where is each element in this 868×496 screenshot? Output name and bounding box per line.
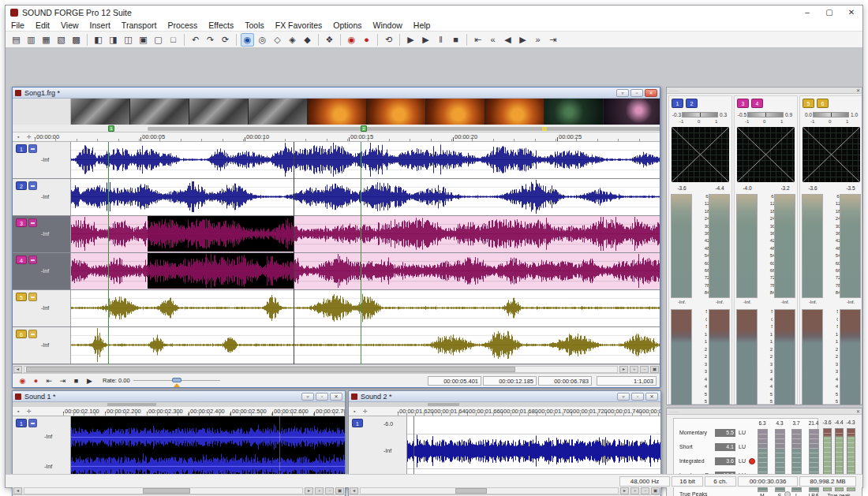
video-thumbnail[interactable]	[544, 99, 604, 125]
track-header-2[interactable]: 2-Inf	[13, 179, 71, 215]
zoom-in-button[interactable]: ＋	[315, 487, 324, 494]
copy-button[interactable]: ◨	[107, 33, 120, 47]
scroll-left-button[interactable]: ◂	[13, 487, 22, 494]
close-button[interactable]: ✕	[645, 393, 658, 401]
channel-button[interactable]: 6	[817, 99, 829, 108]
menu-tools[interactable]: Tools	[239, 21, 270, 30]
menu-insert[interactable]: Insert	[84, 21, 116, 30]
track-header-6[interactable]: 6-Inf	[13, 327, 71, 364]
scroll-left-button[interactable]: ◂	[13, 366, 22, 373]
scrollbar-track[interactable]	[24, 487, 303, 494]
menu-window[interactable]: Window	[367, 21, 407, 30]
sound2-window-titlebar[interactable]: Sound 2 * ▿▫✕	[349, 391, 660, 402]
marker-bar[interactable]: 12	[13, 125, 660, 132]
go-to-start-button[interactable]: ⇤	[43, 375, 55, 386]
open-file-button[interactable]: ▥	[24, 33, 38, 47]
channel-button[interactable]: 4	[751, 99, 763, 108]
scroll-right-button[interactable]: ▸	[620, 487, 629, 494]
play-all-button[interactable]: ▶	[404, 33, 417, 47]
minimize-button[interactable]: ▿	[301, 393, 314, 401]
restore-button[interactable]: ▫	[631, 393, 644, 401]
channel-number-button[interactable]: 1	[352, 419, 363, 427]
track-header-1[interactable]: 1-Inf	[13, 142, 71, 178]
position-icon[interactable]: ✛	[363, 408, 368, 415]
forward-button[interactable]: »	[531, 33, 544, 47]
position-icon[interactable]: ✛	[27, 134, 32, 140]
plugin-chainer-button[interactable]: ❖	[323, 33, 336, 47]
video-thumbnail[interactable]	[130, 99, 189, 125]
video-thumbnail[interactable]	[367, 99, 426, 125]
track-header-5[interactable]: 5-Inf	[13, 290, 71, 326]
zoom-in-button[interactable]: ＋	[630, 487, 639, 494]
loop-region-bar[interactable]	[148, 127, 660, 131]
scrollbar-track[interactable]	[360, 487, 619, 494]
menu-view[interactable]: View	[55, 21, 84, 30]
waveform-canvas[interactable]	[71, 253, 660, 289]
channel-number-button[interactable]: 3	[16, 218, 27, 227]
go-to-end-button[interactable]: ⇥	[57, 375, 69, 386]
close-button[interactable]: ✕	[645, 89, 657, 97]
trim-button[interactable]: ▢	[152, 33, 165, 47]
loudness-meter-bar[interactable]	[709, 309, 730, 405]
go-to-start-button[interactable]: ⇤	[471, 33, 485, 47]
crop-button[interactable]: □	[166, 33, 180, 47]
record-button[interactable]: ●	[360, 33, 373, 47]
cut-button[interactable]: ◧	[92, 33, 105, 47]
next-marker-button[interactable]: ▶	[516, 33, 529, 47]
vu-meter-bar[interactable]	[840, 194, 861, 298]
new-file-button[interactable]: ▤	[9, 33, 23, 47]
video-thumbnail[interactable]	[71, 99, 130, 125]
video-thumbnail[interactable]	[189, 99, 249, 125]
scrollbar-track[interactable]	[24, 366, 618, 373]
channel-fader-button[interactable]	[28, 144, 37, 153]
restore-button[interactable]: ▫	[316, 393, 328, 401]
redo-button[interactable]: ↷	[204, 33, 217, 47]
zoom-in-button[interactable]: ＋	[630, 366, 638, 373]
mix-button[interactable]: ▣	[137, 33, 150, 47]
save-file-button[interactable]: ▦	[39, 33, 53, 47]
phase-scope[interactable]	[672, 127, 729, 182]
loudness-meter-bar[interactable]	[736, 309, 758, 405]
play-button[interactable]: ▶	[419, 33, 432, 47]
channel-fader-button[interactable]	[28, 218, 37, 227]
channel-fader-button[interactable]	[28, 330, 37, 338]
sound2-time-ruler[interactable]: ▪✛00:00:01.62000:00:01.64000:00:01.66000…	[349, 407, 660, 416]
zoom-fit-button[interactable]: ▣	[651, 487, 660, 494]
channel-button[interactable]: 5	[803, 99, 814, 108]
close-icon[interactable]: ✕	[856, 408, 860, 415]
waveform-canvas[interactable]	[71, 179, 660, 214]
pause-button[interactable]: ‖	[434, 33, 447, 47]
channel-fader-button[interactable]	[28, 181, 37, 190]
maximize-button[interactable]: ▢	[818, 6, 840, 19]
vu-meter-bar[interactable]	[671, 194, 692, 298]
overview-thumb[interactable]	[107, 403, 156, 406]
close-button[interactable]: ✕	[840, 6, 862, 19]
restore-button[interactable]: ▫	[630, 89, 643, 97]
channel-number-button[interactable]: 6	[16, 330, 27, 338]
lock-icon[interactable]: ▪	[17, 408, 19, 414]
loop-playback-button[interactable]: ⟲	[382, 33, 395, 47]
magnify-tool-button[interactable]: ◎	[256, 33, 269, 47]
vu-meter-bar[interactable]	[774, 194, 795, 298]
channel-fader-button[interactable]	[28, 419, 37, 427]
marker-flag[interactable]: 2	[361, 125, 367, 132]
edit-tool-button[interactable]: ◉	[241, 33, 254, 47]
record-button[interactable]: ●	[30, 375, 42, 386]
loudness-panel-header[interactable]: ·······✕	[667, 408, 862, 415]
video-thumbnail[interactable]	[249, 99, 308, 125]
region-marker[interactable]	[542, 127, 547, 131]
waveform-canvas[interactable]	[71, 142, 660, 177]
scrollbar-thumb[interactable]	[26, 367, 515, 372]
menu-fx-favorites[interactable]: FX Favorites	[270, 21, 328, 30]
video-thumbnail[interactable]	[485, 99, 544, 125]
loudness-meter-bar[interactable]	[802, 309, 823, 405]
undo-button[interactable]: ↶	[189, 33, 202, 47]
repeat-button[interactable]: ⟳	[219, 33, 232, 47]
save-as-button[interactable]: ▧	[54, 33, 68, 47]
channel-number-button[interactable]: 4	[16, 255, 27, 264]
channel-button[interactable]: 1	[672, 99, 683, 108]
previous-marker-button[interactable]: ◀	[501, 33, 514, 47]
zoom-fit-button[interactable]: ▣	[335, 487, 344, 494]
track-header-4[interactable]: 4-Inf	[13, 253, 71, 289]
waveform-canvas[interactable]	[71, 327, 660, 363]
